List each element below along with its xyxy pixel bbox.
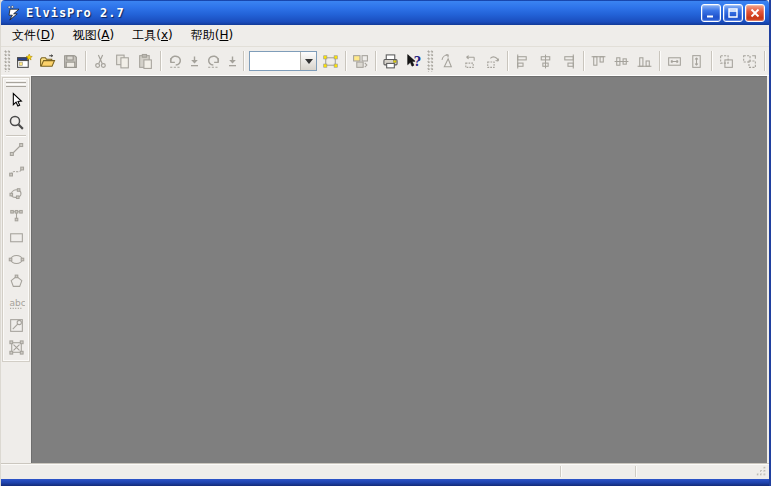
paste-button[interactable] — [134, 50, 157, 72]
same-height-icon — [688, 53, 705, 70]
menu-help[interactable]: 帮助(H) — [184, 24, 240, 47]
zoom-tool-button[interactable] — [3, 111, 29, 133]
ellipse-tool-button[interactable] — [3, 248, 29, 270]
rectangle-tool-button[interactable] — [3, 226, 29, 248]
closed-curve-tool-button[interactable] — [3, 182, 29, 204]
align-center-button[interactable] — [534, 50, 557, 72]
new-button[interactable] — [13, 50, 36, 72]
align-bottom-button[interactable] — [633, 50, 656, 72]
redo-dropdown-button[interactable] — [225, 50, 240, 72]
open-button[interactable] — [36, 50, 59, 72]
toolbar-separator — [711, 51, 712, 71]
window-title: ElvisPro 2.7 — [26, 6, 701, 20]
close-button[interactable] — [745, 4, 765, 22]
cut-button[interactable] — [89, 50, 112, 72]
rotate-button[interactable] — [436, 50, 459, 72]
polyline-icon — [8, 163, 25, 180]
minimize-icon — [705, 7, 717, 19]
app-window: ElvisPro 2.7 文件(D) 视图(A) 工具(x) 帮助(H) — [0, 0, 771, 486]
redo-button[interactable] — [202, 50, 225, 72]
window-border-bottom — [1, 479, 769, 486]
flip-horizontal-button[interactable] — [459, 50, 482, 72]
align-bottom-icon — [636, 53, 653, 70]
same-height-button[interactable] — [686, 50, 709, 72]
maximize-icon — [727, 7, 739, 19]
rotate-right-button[interactable] — [481, 50, 504, 72]
redo-icon — [205, 53, 222, 70]
toolbar-separator — [85, 51, 86, 71]
paste-icon — [137, 53, 154, 70]
resize-grip[interactable] — [754, 464, 769, 479]
undo-dropdown-icon — [188, 54, 201, 69]
ellipse-icon — [8, 251, 25, 268]
line-tool-button[interactable] — [3, 138, 29, 160]
context-help-button[interactable]: ? — [402, 50, 425, 72]
copy-button[interactable] — [112, 50, 135, 72]
status-pane-secondary — [561, 464, 635, 479]
print-button[interactable] — [379, 50, 402, 72]
toolbar-grip[interactable] — [4, 50, 11, 72]
align-top-button[interactable] — [587, 50, 610, 72]
select-tool-button[interactable] — [3, 89, 29, 111]
toolbar-separator — [345, 51, 346, 71]
drawing-canvas[interactable] — [31, 76, 767, 463]
closed-curve-icon — [8, 185, 25, 202]
save-button[interactable] — [59, 50, 82, 72]
palette-grip[interactable] — [6, 80, 26, 88]
zoom-icon — [8, 114, 25, 131]
status-bar — [1, 463, 769, 479]
toolbar-grip[interactable] — [427, 50, 434, 72]
resize-grip-icon — [756, 465, 767, 478]
align-left-icon — [514, 53, 531, 70]
menu-file[interactable]: 文件(D) — [5, 24, 62, 47]
maximize-button[interactable] — [723, 4, 743, 22]
zoom-combobox[interactable] — [249, 51, 317, 71]
cut-icon — [92, 53, 109, 70]
context-help-icon: ? — [405, 53, 422, 70]
polygon-tool-button[interactable] — [3, 270, 29, 292]
symbol-library-button[interactable] — [349, 50, 372, 72]
polyline-tool-button[interactable] — [3, 160, 29, 182]
title-bar[interactable]: ElvisPro 2.7 — [1, 0, 769, 25]
align-middle-icon — [613, 53, 630, 70]
svg-text:?: ? — [413, 55, 420, 69]
group-icon — [718, 53, 735, 70]
image-tool-button[interactable] — [3, 336, 29, 358]
align-middle-button[interactable] — [610, 50, 633, 72]
text-icon: abc — [8, 295, 25, 312]
align-center-icon — [537, 53, 554, 70]
rotate-right-icon — [484, 53, 501, 70]
group-button[interactable] — [715, 50, 738, 72]
polygon-icon — [8, 273, 25, 290]
connector-tool-button[interactable] — [3, 204, 29, 226]
align-right-button[interactable] — [557, 50, 580, 72]
align-top-icon — [590, 53, 607, 70]
close-icon — [749, 7, 761, 19]
palette-separator — [6, 135, 26, 136]
menu-view[interactable]: 视图(A) — [66, 24, 122, 47]
align-left-button[interactable] — [511, 50, 534, 72]
redo-dropdown-icon — [226, 54, 239, 69]
ungroup-button[interactable] — [738, 50, 761, 72]
combo-dropdown-button[interactable] — [300, 52, 316, 70]
toolbar-separator — [659, 51, 660, 71]
select-icon — [8, 92, 25, 109]
main-toolbar: ? — [1, 47, 769, 76]
menu-tools[interactable]: 工具(x) — [125, 24, 179, 47]
text-tool-button[interactable]: abc — [3, 292, 29, 314]
rotate-icon — [439, 53, 456, 70]
minimize-button[interactable] — [701, 4, 721, 22]
toolbar-separator — [583, 51, 584, 71]
line-icon — [8, 141, 25, 158]
tool-palette: abc — [1, 76, 31, 463]
same-width-button[interactable] — [663, 50, 686, 72]
toolbar-separator — [160, 51, 161, 71]
undo-button[interactable] — [164, 50, 187, 72]
copy-icon — [114, 53, 131, 70]
save-icon — [62, 53, 79, 70]
undo-dropdown-button[interactable] — [187, 50, 202, 72]
scale-selection-icon — [322, 53, 339, 70]
link-tool-button[interactable] — [3, 314, 29, 336]
scale-selection-button[interactable] — [319, 50, 342, 72]
zoom-combo-input[interactable] — [250, 52, 300, 70]
